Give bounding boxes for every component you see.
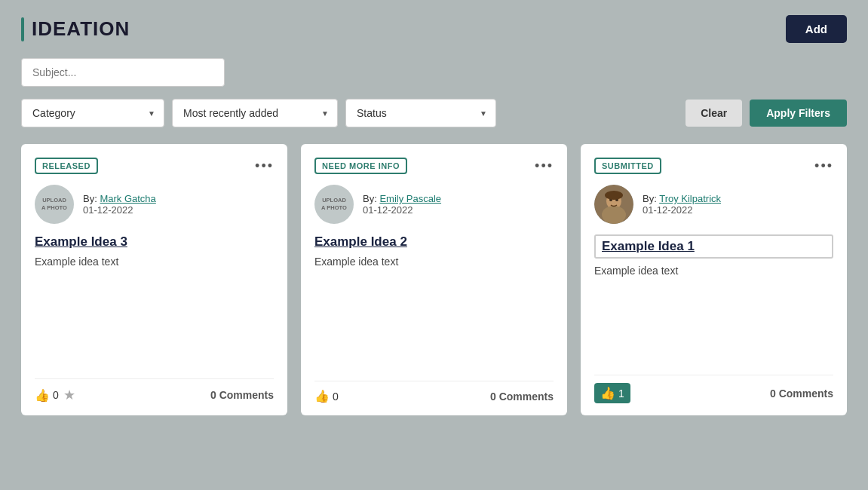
author-link-1[interactable]: Mark Gatcha — [100, 193, 155, 204]
status-badge-3: SUBMITTED — [594, 158, 661, 174]
card-2-date: 01-12-2022 — [363, 204, 441, 216]
card-3-text: Example idea text — [594, 265, 833, 361]
like-count-3: 1 — [618, 387, 624, 400]
avatar-image-3 — [594, 185, 633, 224]
card-1: RELEASED ••• UPLOADA PHOTO By: Mark Gatc… — [21, 144, 287, 415]
card-2-title[interactable]: Example Idea 2 — [314, 234, 554, 250]
page-title: IDEATION — [32, 17, 130, 41]
add-button[interactable]: Add — [786, 15, 847, 43]
filter-row: Category Most recently added Status Clea… — [21, 99, 847, 127]
more-options-2[interactable]: ••• — [535, 158, 554, 174]
card-1-text: Example idea text — [35, 256, 274, 365]
card-3: SUBMITTED ••• By: Troy Kilpa — [581, 144, 847, 415]
sort-select-wrapper: Most recently added — [172, 99, 338, 127]
avatar-placeholder-2: UPLOADA PHOTO — [314, 185, 354, 224]
card-2-top: NEED MORE INFO ••• — [314, 158, 554, 174]
svg-point-5 — [605, 191, 623, 200]
card-3-author: By: Troy Kilpatrick 01-12-2022 — [594, 185, 833, 224]
card-2-like-group: 👍 0 — [314, 389, 339, 403]
like-button-1[interactable]: 👍 0 — [35, 388, 59, 403]
search-input[interactable] — [21, 58, 225, 87]
cards-grid: RELEASED ••• UPLOADA PHOTO By: Mark Gatc… — [21, 144, 847, 415]
card-2-footer: 👍 0 0 Comments — [314, 381, 554, 403]
category-select-wrapper: Category — [21, 99, 164, 127]
like-button-3[interactable]: 👍 1 — [594, 383, 630, 403]
like-button-2[interactable]: 👍 0 — [314, 389, 339, 403]
card-3-author-info: By: Troy Kilpatrick 01-12-2022 — [643, 193, 721, 216]
card-3-top: SUBMITTED ••• — [594, 158, 833, 174]
card-1-footer: 👍 0 ★ 0 Comments — [35, 378, 274, 403]
sort-select[interactable]: Most recently added — [172, 99, 338, 127]
comments-3: 0 Comments — [770, 387, 833, 400]
avatar-placeholder-1: UPLOADA PHOTO — [35, 185, 74, 224]
author-link-3[interactable]: Troy Kilpatrick — [659, 193, 721, 204]
star-icon-1[interactable]: ★ — [63, 387, 75, 403]
svg-point-2 — [602, 206, 626, 224]
status-select-wrapper: Status — [345, 99, 496, 127]
clear-button[interactable]: Clear — [686, 100, 742, 127]
more-options-3[interactable]: ••• — [814, 158, 833, 174]
page-container: IDEATION Add Category Most recently adde… — [0, 0, 868, 430]
thumbs-up-icon-3: 👍 — [600, 386, 615, 400]
card-2-text: Example idea text — [314, 256, 554, 367]
card-3-like-group: 👍 1 — [594, 383, 630, 403]
status-badge-1: RELEASED — [35, 158, 98, 174]
card-3-title[interactable]: Example Idea 1 — [594, 234, 833, 259]
comments-1: 0 Comments — [210, 389, 274, 401]
card-2: NEED MORE INFO ••• UPLOADA PHOTO By: Emi… — [301, 144, 567, 415]
category-select[interactable]: Category — [21, 99, 164, 127]
comments-2: 0 Comments — [490, 390, 554, 403]
more-options-1[interactable]: ••• — [255, 158, 274, 174]
thumbs-up-icon-2: 👍 — [314, 389, 330, 403]
card-1-author: UPLOADA PHOTO By: Mark Gatcha 01-12-2022 — [35, 185, 274, 224]
apply-filters-button[interactable]: Apply Filters — [750, 100, 847, 127]
card-1-title[interactable]: Example Idea 3 — [35, 234, 274, 250]
search-row — [21, 58, 847, 87]
card-1-top: RELEASED ••• — [35, 158, 274, 174]
like-count-1: 0 — [53, 389, 59, 401]
thumbs-up-icon-1: 👍 — [35, 388, 50, 403]
title-accent-bar — [21, 17, 24, 41]
card-1-author-info: By: Mark Gatcha 01-12-2022 — [83, 193, 156, 216]
card-2-author-info: By: Emily Pascale 01-12-2022 — [363, 193, 441, 216]
card-3-date: 01-12-2022 — [643, 204, 721, 216]
avatar-3 — [594, 185, 633, 224]
title-group: IDEATION — [21, 17, 130, 41]
author-link-2[interactable]: Emily Pascale — [379, 193, 441, 204]
card-3-footer: 👍 1 0 Comments — [594, 375, 833, 403]
header: IDEATION Add — [21, 15, 847, 43]
card-2-author: UPLOADA PHOTO By: Emily Pascale 01-12-20… — [314, 185, 554, 224]
like-count-2: 0 — [333, 390, 339, 403]
status-badge-2: NEED MORE INFO — [314, 158, 407, 174]
card-1-date: 01-12-2022 — [83, 204, 156, 216]
status-select[interactable]: Status — [345, 99, 496, 127]
card-1-like-group: 👍 0 ★ — [35, 387, 75, 403]
